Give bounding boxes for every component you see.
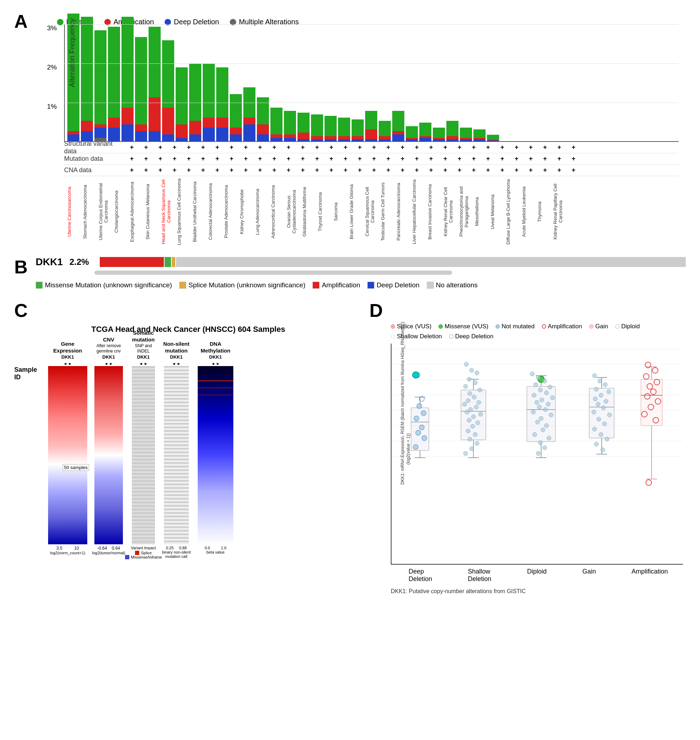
data-cell: + <box>153 144 168 151</box>
data-cell: + <box>125 144 139 151</box>
scrollbar[interactable] <box>94 271 452 275</box>
svg-point-110 <box>601 405 606 410</box>
x-label-item: Uterine Corpus Endometrial Carcinoma <box>98 178 112 246</box>
svg-point-70 <box>530 372 534 376</box>
data-cell: + <box>281 167 296 174</box>
svg-point-113 <box>597 417 601 421</box>
x-label-item: Colorectal Adenocarcinoma <box>208 178 222 246</box>
cnv-col: CNV After remove germline cnv DKK1 ◄► -0… <box>91 338 126 559</box>
cnv-heatmap <box>94 366 123 544</box>
data-cell: + <box>281 155 296 162</box>
svg-point-105 <box>607 390 611 394</box>
mutation-data-label: Mutation data <box>64 155 125 162</box>
svg-point-25 <box>421 411 426 416</box>
deep-del-d-label: Deep Deletion <box>455 333 494 340</box>
svg-point-46 <box>466 398 470 403</box>
svg-point-53 <box>471 414 476 419</box>
data-cell: + <box>566 155 581 162</box>
sample-id-label: Sample ID <box>14 366 44 381</box>
svg-point-59 <box>468 437 472 441</box>
data-cell: + <box>267 167 281 174</box>
legend-splice: Splice Mutation (unknown significance) <box>179 281 305 289</box>
svg-point-81 <box>546 402 550 406</box>
svg-point-55 <box>476 421 480 425</box>
panel-d-label: D <box>369 300 383 321</box>
data-cell: + <box>125 167 139 174</box>
data-cell: + <box>139 155 153 162</box>
alteration-bar <box>100 257 686 267</box>
x-label-item: Breast Invasive Carcinoma <box>427 178 441 246</box>
svg-point-75 <box>538 388 543 392</box>
data-cell: + <box>438 167 452 174</box>
x-label-item: Thyroid Carcinoma <box>318 178 332 246</box>
data-cell: + <box>296 144 310 151</box>
x-label-item: Uterine Carcinosarcoma <box>67 178 81 246</box>
data-cell: + <box>125 155 139 162</box>
panel-a: A Mutation Amplification Deep Deletion <box>14 11 686 246</box>
data-cell: + <box>196 167 210 174</box>
svg-point-76 <box>544 391 549 395</box>
svg-point-79 <box>540 398 544 402</box>
data-cell: + <box>524 155 538 162</box>
x-label-item: Skin Cutaneous Melanoma <box>145 178 159 246</box>
data-cell: + <box>267 155 281 162</box>
methylation-heatmap <box>198 366 233 544</box>
svg-point-138 <box>413 372 419 378</box>
svg-point-86 <box>539 416 543 421</box>
data-cell: + <box>452 144 467 151</box>
x-label-item: Pheochromocytoma and Paraganglioma <box>459 178 473 246</box>
x-label-item: Cervical Squamous Cell Carcinoma <box>365 178 379 246</box>
data-cell: + <box>552 167 566 174</box>
legend-not-mutated: Not mutated <box>496 323 535 330</box>
data-cell: + <box>410 155 424 162</box>
data-cell: + <box>182 167 196 174</box>
data-cell: + <box>566 144 581 151</box>
x-label-diploid: Diploid <box>527 568 547 583</box>
svg-point-71 <box>536 375 540 380</box>
data-cell: + <box>210 155 224 162</box>
data-cell: + <box>353 155 367 162</box>
data-cell: + <box>424 155 438 162</box>
data-cell: + <box>139 144 153 151</box>
svg-point-101 <box>593 374 597 378</box>
heatmap-title: TCGA Head and Neck Cancer (HNSCC) 604 Sa… <box>14 325 362 334</box>
data-cell: + <box>452 167 467 174</box>
x-label-item: Sarcoma <box>333 178 347 246</box>
data-cell: + <box>353 167 367 174</box>
svg-point-40 <box>467 377 471 382</box>
violin-svg: 14 12 10 8 6 4 2 0 <box>391 343 683 565</box>
svg-point-103 <box>603 382 607 387</box>
svg-point-107 <box>593 397 597 401</box>
legend-no-alt: No alterations <box>427 281 478 289</box>
svg-point-62 <box>463 451 468 455</box>
legend-gain-d: Gain <box>589 323 608 330</box>
data-cell: + <box>495 144 509 151</box>
svg-point-72 <box>543 379 547 383</box>
panel-b-content: DKK1 2.2% Missense Mutation (unknown sig… <box>35 256 686 289</box>
cna-data-row: CNA data +++++++++++++++++++++++++++++++… <box>64 165 679 176</box>
svg-point-42 <box>463 384 468 389</box>
data-cell: + <box>253 155 267 162</box>
x-label-shallow-deletion: ShallowDeletion <box>468 568 491 583</box>
data-cell: + <box>324 167 338 174</box>
svg-point-115 <box>593 427 597 431</box>
svg-point-80 <box>535 400 539 405</box>
gene-name: DKK1 <box>35 256 64 268</box>
gene-expr-header: Gene Expression DKK1 ◄► <box>53 338 82 366</box>
data-cell: + <box>324 144 338 151</box>
x-label-item: Stomach Adenocarcinoma <box>82 178 97 246</box>
svg-point-106 <box>599 393 603 398</box>
violin-x-labels: DeepDeletion ShallowDeletion Diploid Gai… <box>391 568 686 583</box>
data-cell: + <box>196 144 210 151</box>
svg-point-39 <box>475 371 479 375</box>
svg-point-88 <box>544 423 549 428</box>
x-label-item: Lung Adenocarcinoma <box>255 178 269 246</box>
legend-missense-vus: Missense (VUS) <box>438 323 488 330</box>
gene-expr-scale: log2(norm_count+1) <box>50 551 85 555</box>
data-cell: + <box>524 167 538 174</box>
svg-point-82 <box>537 405 541 409</box>
structural-variant-label: Structural variant data <box>64 140 125 155</box>
data-cell: + <box>153 155 168 162</box>
methylation-col: DNA Methylation DKK1 ◄► <box>194 338 237 559</box>
svg-point-30 <box>413 445 418 450</box>
